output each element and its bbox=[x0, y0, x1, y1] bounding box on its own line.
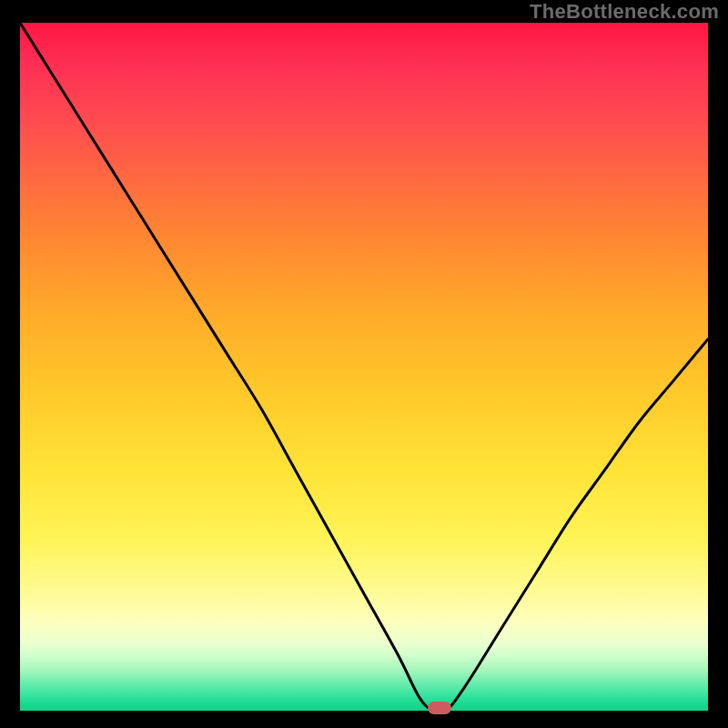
chart-container: TheBottleneck.com bbox=[0, 0, 728, 728]
min-marker bbox=[428, 702, 451, 714]
plot-area bbox=[20, 23, 708, 711]
watermark-label: TheBottleneck.com bbox=[530, 0, 719, 24]
bottleneck-curve bbox=[20, 23, 708, 711]
